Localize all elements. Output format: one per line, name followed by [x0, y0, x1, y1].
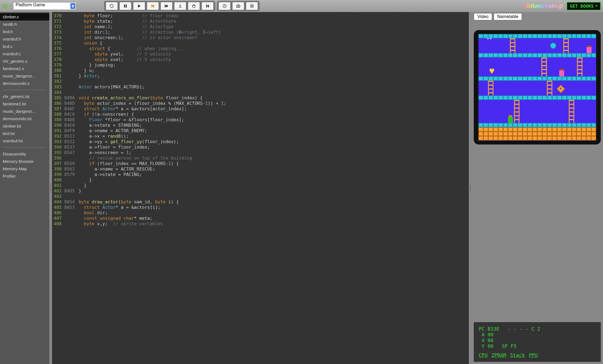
record-button[interactable] [246, 2, 258, 10]
enemy-sprite [587, 47, 591, 53]
sidebar-item[interactable]: climber.c [0, 13, 49, 21]
sidebar-separator [3, 147, 46, 148]
sidebar-item[interactable]: Profiler [0, 172, 49, 180]
tab-nametable[interactable]: Nametable [494, 13, 522, 20]
sidebar-item[interactable]: music_dangerst… [0, 108, 49, 115]
cpu-pc: PC B33E [479, 326, 499, 332]
menu-caret-icon[interactable] [9, 5, 12, 7]
sidebar-item[interactable]: bcd.lst [0, 130, 49, 137]
splitter-left[interactable] [49, 12, 52, 364]
svg-rect-1 [126, 5, 127, 8]
sidebar-item[interactable]: vrambuf.c [0, 50, 49, 57]
svg-point-10 [238, 6, 239, 7]
editor-gutter: 370 371 372 373 374 375 376 377 378 379 … [52, 12, 76, 364]
svg-marker-8 [207, 5, 209, 8]
file-sidebar: climber.cneslib.hbcd.hvrambuf.hbcd.cvram… [0, 12, 49, 364]
svg-rect-4 [153, 5, 154, 8]
step-button[interactable] [147, 2, 159, 10]
fast-forward-button[interactable] [160, 2, 173, 10]
play-button[interactable] [133, 2, 145, 10]
capture-toolbar-group [217, 1, 260, 11]
cpu-state-panel: PC B33E - - - - C I A 00 X 00 Y 00 SP F5… [474, 322, 601, 362]
cpu-view-links: CPU ZPRAM Stack PPU [479, 352, 596, 358]
game-screen-frame: 00 [474, 30, 601, 145]
pcoin-sprite: P [556, 85, 565, 93]
sidebar-item[interactable]: vrambuf.lst [0, 137, 49, 145]
sidebar-item[interactable]: chr_generic.lst [0, 93, 49, 100]
pointer-button[interactable] [188, 2, 200, 10]
main-layout: climber.cneslib.hbcd.hvrambuf.hbcd.cvram… [0, 12, 603, 364]
project-select[interactable]: Platform Game [13, 2, 76, 10]
cpu-link-ppu[interactable]: PPU [529, 352, 538, 358]
hazard-sprite [550, 43, 556, 49]
cpu-y: Y 00 [479, 343, 493, 349]
splitter-right[interactable] [469, 12, 472, 364]
select-updown-icon [70, 3, 75, 9]
svg-rect-0 [124, 5, 125, 8]
emulator-pane: Video Nametable 00 [472, 12, 603, 364]
cpu-link-stack[interactable]: Stack [510, 352, 525, 358]
cpu-link-zpram[interactable]: ZPRAM [492, 352, 506, 358]
player-sprite [508, 117, 513, 123]
sidebar-item[interactable]: climber.lst [0, 122, 49, 130]
sidebar-item[interactable]: music_dangerst… [0, 72, 49, 80]
get-books-button[interactable]: GET BOOKS [567, 2, 601, 10]
brand-logo: 8bitworkshop [524, 2, 563, 10]
cpu-link-cpu[interactable]: CPU [479, 352, 488, 358]
menu-icon[interactable] [2, 3, 8, 9]
sidebar-item[interactable]: vrambuf.h [0, 35, 49, 43]
sidebar-item[interactable]: Disassembly [0, 150, 49, 158]
camera-button[interactable] [232, 2, 244, 10]
reload-button[interactable] [106, 2, 118, 10]
sidebar-item[interactable]: bcd.h [0, 28, 49, 35]
svg-point-12 [251, 5, 253, 7]
cpu-x: X 00 [479, 337, 596, 343]
heart-sprite [489, 68, 494, 74]
sidebar-item[interactable]: neslib.h [0, 21, 49, 28]
download-button[interactable] [174, 2, 186, 10]
sidebar-item[interactable]: demosounds.s [0, 80, 49, 87]
skip-back-button[interactable] [202, 2, 214, 10]
svg-marker-3 [152, 5, 153, 8]
sidebar-item[interactable]: Memory Map [0, 165, 49, 172]
sidebar-item[interactable]: famitone2.lst [0, 100, 49, 108]
svg-marker-2 [138, 5, 140, 8]
sidebar-item[interactable]: famitone2.s [0, 65, 49, 72]
top-toolbar: Platform Game 8bitworkshop GET BOOKS [0, 0, 603, 12]
tab-video[interactable]: Video [474, 13, 492, 20]
run-toolbar-group [104, 1, 215, 11]
code-editor[interactable]: 370 371 372 373 374 375 376 377 378 379 … [52, 12, 469, 364]
svg-rect-7 [206, 5, 207, 8]
svg-marker-6 [166, 5, 168, 8]
chevron-down-icon [595, 5, 598, 7]
cpu-a: A 00 [479, 332, 596, 337]
sidebar-item[interactable]: demosounds.lst [0, 115, 49, 122]
cpu-sp: SP F5 [502, 343, 516, 349]
pause-button[interactable] [119, 2, 131, 10]
cpu-flags: - - - - C I [508, 326, 540, 332]
sidebar-item[interactable]: bcd.c [0, 43, 49, 50]
sidebar-item[interactable]: chr_generic.s [0, 57, 49, 65]
emulator-tabs: Video Nametable [474, 13, 601, 20]
project-select-label: Platform Game [16, 2, 45, 7]
editor-content[interactable]: byte floor; // floor index byte state; /… [76, 12, 469, 364]
sidebar-item[interactable]: Memory Browser [0, 158, 49, 165]
clock-button[interactable] [219, 2, 231, 10]
sidebar-separator [3, 90, 46, 90]
game-screen[interactable]: 00 [478, 34, 596, 141]
svg-marker-5 [165, 5, 166, 8]
get-books-label: GET BOOKS [570, 4, 594, 9]
enemy-sprite [559, 70, 564, 76]
